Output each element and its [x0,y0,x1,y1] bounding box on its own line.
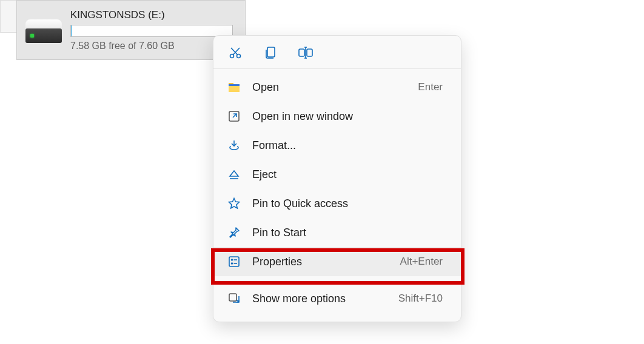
folder-open-icon [227,80,241,94]
svg-point-16 [232,259,233,260]
format-icon [227,138,241,153]
menu-label: Properties [252,256,400,268]
menu-label: Pin to Quick access [252,197,443,210]
scissors-icon [228,45,243,60]
svg-rect-4 [267,47,275,57]
menu-item-format[interactable]: Format... [213,131,461,160]
menu-shortcut: Shift+F10 [398,293,443,305]
drive-name: KINGSTONSDS (E:) [70,9,240,21]
rename-icon [298,45,314,60]
properties-icon [227,254,241,269]
menu-label: Show more options [252,293,398,305]
menu-shortcut: Enter [418,81,443,93]
svg-point-18 [232,263,233,264]
drive-expand-stub [0,0,16,33]
menu-shortcut: Alt+Enter [400,256,443,268]
pin-icon [227,225,241,240]
show-more-icon [227,291,241,306]
cut-button[interactable] [227,44,244,61]
menu-item-pin-quick-access[interactable]: Pin to Quick access [213,189,461,218]
drive-item[interactable]: KINGSTONSDS (E:) 7.58 GB free of 7.60 GB [16,0,246,60]
menu-label: Pin to Start [252,227,443,239]
menu-item-pin-start[interactable]: Pin to Start [213,218,461,247]
svg-rect-5 [299,49,304,56]
menu-label: Format... [252,139,443,152]
menu-toolbar [213,41,461,68]
svg-point-0 [230,55,234,58]
menu-item-open[interactable]: Open Enter [213,73,461,102]
svg-rect-6 [307,49,312,56]
open-new-window-icon [227,109,241,124]
svg-rect-20 [229,294,236,301]
star-icon [227,196,241,211]
menu-item-open-new-window[interactable]: Open in new window [213,102,461,131]
svg-rect-12 [229,84,240,86]
copy-icon [263,45,278,60]
drive-capacity-bar [70,25,233,37]
context-menu: Open Enter Open in new window [213,35,461,322]
menu-label: Open in new window [252,110,443,123]
rename-button[interactable] [297,44,314,61]
svg-point-1 [237,55,241,58]
menu-label: Eject [252,168,443,181]
menu-item-eject[interactable]: Eject [213,160,461,189]
menu-label: Open [252,81,418,94]
menu-item-properties[interactable]: Properties Alt+Enter [213,247,461,276]
svg-rect-15 [229,257,239,266]
copy-button[interactable] [262,44,279,61]
eject-icon [227,167,241,182]
menu-item-show-more[interactable]: Show more options Shift+F10 [213,284,461,313]
drive-icon [25,18,62,43]
